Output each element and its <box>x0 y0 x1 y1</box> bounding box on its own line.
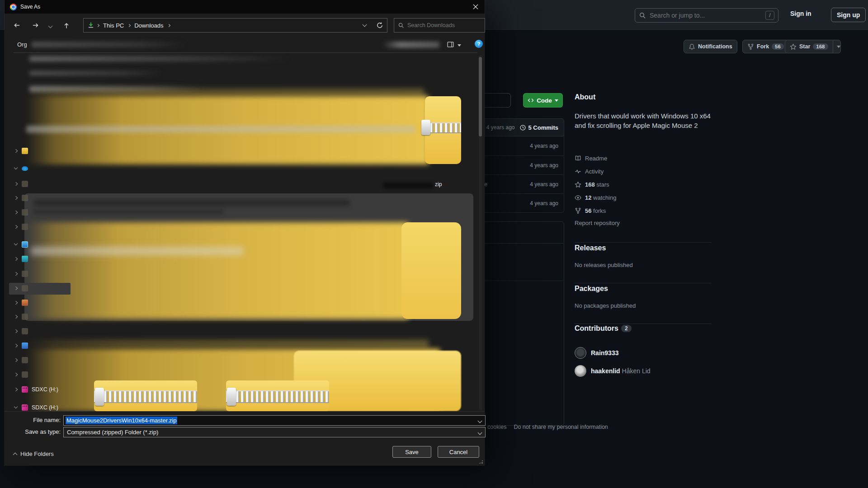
star-dropdown[interactable] <box>833 40 840 53</box>
table-row[interactable]: 4 years ago <box>479 136 564 155</box>
commits-count[interactable]: 5 Commits <box>519 124 558 131</box>
blurred-file-name <box>383 183 433 188</box>
tree-item[interactable] <box>9 340 72 352</box>
activity-link[interactable]: Activity <box>575 165 711 178</box>
view-options-icon[interactable] <box>447 41 454 48</box>
code-icon <box>528 97 534 103</box>
table-row[interactable]: e4 years ago <box>479 174 564 193</box>
cookies-link-fragment[interactable]: cookies <box>487 424 506 430</box>
tree-item-selected[interactable] <box>9 283 71 295</box>
scrollbar[interactable] <box>479 55 482 410</box>
file-name-dropdown-chevron[interactable] <box>478 419 482 423</box>
star-icon <box>790 43 797 50</box>
notifications-button[interactable]: Notifications <box>684 40 737 53</box>
view-options-chevron[interactable] <box>458 44 461 47</box>
tree-item[interactable] <box>9 297 72 309</box>
tree-item[interactable] <box>9 221 72 233</box>
file-name-input[interactable]: MagicMouse2DriversWin10x64-master.zip <box>63 415 486 426</box>
github-footer: cookies Do not share my personal informa… <box>487 424 608 430</box>
fork-button[interactable]: Fork 56 <box>742 40 789 53</box>
watching-link[interactable]: 12 watching <box>575 191 711 204</box>
packages-title[interactable]: Packages <box>575 285 608 293</box>
blurred-file-item <box>26 222 408 319</box>
repo-description: Drivers that would work with Windows 10 … <box>575 111 711 131</box>
scrollbar-thumb[interactable] <box>479 57 482 136</box>
pulse-icon <box>575 168 581 175</box>
tree-item-sdxc[interactable]: SDXC (H:) <box>9 384 72 396</box>
sign-in-link[interactable]: Sign in <box>790 10 811 17</box>
back-button[interactable] <box>13 22 21 29</box>
star-icon <box>575 181 581 188</box>
hide-folders-button[interactable]: Hide Folders <box>14 450 54 457</box>
tree-item[interactable] <box>9 178 72 190</box>
releases-title[interactable]: Releases <box>575 244 606 252</box>
forks-link[interactable]: 56 forks <box>575 204 711 217</box>
search-icon <box>639 12 646 19</box>
privacy-link[interactable]: Do not share my personal information <box>514 424 608 430</box>
tree-item-this-pc[interactable] <box>9 239 72 251</box>
github-search-box[interactable]: / <box>635 8 778 23</box>
save-button[interactable]: Save <box>392 446 431 458</box>
github-search-input[interactable] <box>650 12 765 19</box>
contributors-title[interactable]: Contributors <box>575 324 618 333</box>
close-button[interactable] <box>467 0 485 14</box>
forward-button[interactable] <box>32 22 40 29</box>
list-item[interactable]: haakenlidHåken Lid <box>575 365 651 377</box>
bell-icon <box>689 43 695 50</box>
star-button[interactable]: Star 168 <box>785 40 841 53</box>
recent-locations-dropdown[interactable] <box>49 24 52 28</box>
tree-item[interactable] <box>9 145 72 157</box>
chevron-down-icon <box>555 99 558 102</box>
contributors-count-badge: 2 <box>621 325 632 332</box>
last-commit-bar[interactable]: 4 years ago 5 Commits <box>478 118 564 136</box>
code-button[interactable]: Code <box>523 93 563 108</box>
fork-icon <box>747 43 754 50</box>
dialog-title: Save As <box>20 4 40 10</box>
breadcrumb-separator <box>127 23 131 27</box>
tree-item[interactable] <box>9 355 72 366</box>
breadcrumb-downloads[interactable]: Downloads <box>132 22 165 29</box>
about-title: About <box>575 93 595 101</box>
zip-folder-icon[interactable] <box>226 380 329 411</box>
save-as-type-select[interactable]: Compressed (zipped) Folder (*.zip) <box>63 427 486 437</box>
save-as-type-label: Save as type: <box>6 428 61 435</box>
tree-item[interactable] <box>9 326 72 338</box>
zip-folder-icon[interactable] <box>94 380 197 411</box>
last-commit-age: 4 years ago <box>486 124 515 131</box>
tree-item[interactable] <box>9 253 72 265</box>
resize-grip[interactable] <box>479 460 483 464</box>
dialog-search-box[interactable] <box>394 18 485 33</box>
list-item[interactable]: Rain9333 <box>575 347 618 359</box>
address-bar[interactable]: This PC Downloads <box>83 18 387 33</box>
blurred-toolbar-text <box>382 42 439 48</box>
search-icon <box>398 22 404 28</box>
star-count-badge: 168 <box>813 43 828 50</box>
help-icon[interactable] <box>475 40 483 48</box>
tree-item[interactable] <box>9 268 72 280</box>
tree-item[interactable] <box>9 192 72 204</box>
dialog-toolbar: Org <box>5 38 485 52</box>
blurred-list-text <box>29 71 163 75</box>
breadcrumb-separator <box>96 23 99 27</box>
sign-up-button[interactable]: Sign up <box>831 8 866 22</box>
organize-menu-fragment[interactable]: Org <box>17 41 27 48</box>
dialog-search-input[interactable] <box>407 22 481 28</box>
tree-item[interactable] <box>9 369 72 381</box>
breadcrumb-this-pc[interactable]: This PC <box>101 22 126 29</box>
dialog-title-bar[interactable]: Save As <box>5 0 485 14</box>
stars-link[interactable]: 168 stars <box>575 178 711 191</box>
readme-link[interactable]: Readme <box>575 152 711 165</box>
save-as-type-chevron <box>478 431 482 435</box>
zip-folder-icon[interactable] <box>425 96 461 164</box>
cancel-button[interactable]: Cancel <box>438 446 479 458</box>
table-row[interactable]: 4 years ago <box>479 155 564 174</box>
tree-item-onedrive[interactable] <box>9 163 72 175</box>
refresh-icon[interactable] <box>376 22 383 29</box>
report-repository-link[interactable]: Report repository <box>575 220 620 226</box>
tree-item[interactable] <box>9 311 72 323</box>
address-dropdown-chevron[interactable] <box>363 23 367 27</box>
up-button[interactable] <box>63 22 70 29</box>
go-to-file-button-fragment[interactable] <box>482 93 511 108</box>
table-row[interactable]: 4 years ago <box>479 193 564 212</box>
tree-item[interactable] <box>9 207 72 219</box>
